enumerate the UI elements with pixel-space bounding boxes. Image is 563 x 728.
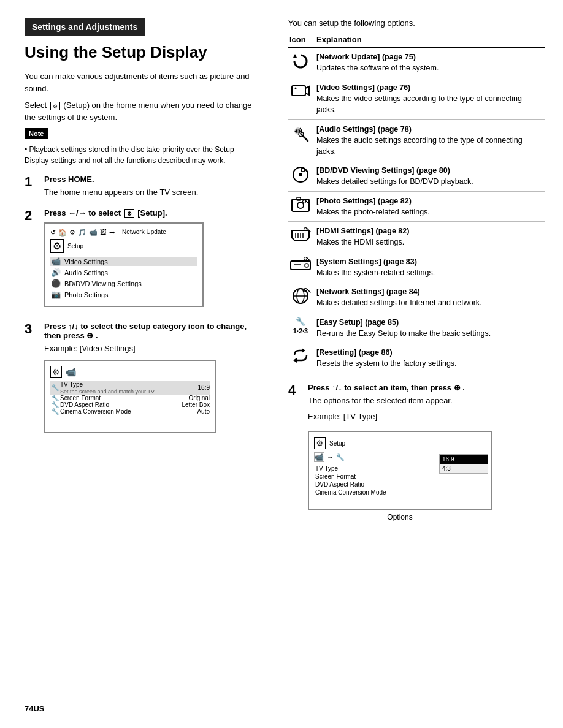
screen-3-setting-cinema: Cinema Conversion Mode [314,488,427,496]
screen-2-setting-screenformat: Screen Format [60,395,175,401]
intro-text-2: Select ⚙ (Setup) on the home menu when y… [25,99,258,123]
resetting-icon [291,347,310,364]
step-3: 3 Press ↑/↓ to select the setup category… [25,322,258,442]
title-photo: [Photo Settings] (page 82) [316,197,412,205]
table-row-network: [Network Settings] (page 84) Makes detai… [288,282,545,313]
desc-resetting: [Resetting] (page 86) Resets the system … [315,343,545,373]
desc-system: [System Settings] (page 83) Makes the sy… [315,252,545,282]
step-2: 2 Press ←/→ to select ⚙ [Setup]. ↺ 🏠 ⚙ 🎵… [25,208,258,316]
screen-icon-photo: 📷 [50,290,61,299]
desc-network: [Network Settings] (page 84) Makes detai… [315,282,545,313]
screen-2-value-dvdaspect: Letter Box [175,401,210,408]
title-hdmi: [HDMI Settings] (page 82) [316,227,409,235]
step-1-desc: The home menu appears on the TV screen. [44,186,258,199]
step-4-content: Press ↑/↓ to select an item, then press … [308,383,545,521]
note-label: Note [25,128,48,139]
nav-selected-label: Network Update [122,229,166,237]
screen-1-nav: ↺ 🏠 ⚙ 🎵 📹 🖼 ➡ Network Update [50,229,197,237]
screen-1: ↺ 🏠 ⚙ 🎵 📹 🖼 ➡ Network Update ⚙ Setup [44,222,204,307]
page: Settings and Adjustments Using the Setup… [0,0,563,728]
desc-video: [Video Settings] (page 76) Makes the vid… [315,78,545,119]
table-row-bddvd: [BD/DVD Viewing Settings] (page 80) Make… [288,161,545,191]
screen-3: ⚙ Setup 📹 → 🔧 TV Type [308,431,492,510]
screen-3-nav: ⚙ Setup [314,437,486,449]
nav-icon-music: 🎵 [78,229,86,237]
screen-1-setup-icon: ⚙ [50,239,64,253]
screen-2-setting-dvdaspect: DVD Aspect Ratio [60,401,175,408]
svg-point-20 [305,264,308,267]
screen-row-photo: 📷 Photo Settings [50,290,197,299]
desc-network-update: [Network Update] (page 75) Updates the s… [315,47,545,78]
screen-3-wrapper: ⚙ Setup 📹 → 🔧 TV Type [308,426,492,521]
text-easysetup: Re-runs the Easy Setup to make the basic… [316,329,491,338]
table-row-video: [Video Settings] (page 76) Makes the vid… [288,78,545,119]
screen-1-setup-label: Setup [67,243,83,249]
svg-marker-2 [305,86,309,95]
step-1-number: 1 [25,175,39,189]
col-header-icon: Icon [288,32,315,47]
step-1: 1 Press HOME. The home menu appears on t… [25,175,258,202]
step-4-desc: The options for the selected item appear… [308,395,545,407]
network-settings-icon [289,286,312,306]
text-network: Makes detailed settings for Internet and… [316,298,482,307]
left-column: Settings and Adjustments Using the Setup… [0,0,276,728]
table-row-easysetup: 🔧1·2·3 [Easy Setup] (page 85) Re-runs th… [288,313,545,343]
screen-icon-video: 📹 [50,257,61,266]
nav-icon-photo: 🖼 [100,229,107,237]
step-2-number: 2 [25,208,39,223]
screen-2-icon-dvdaspect: 🔧 [50,401,60,408]
nav-icon-arrow: ➡ [109,229,115,237]
icon-network [288,282,315,313]
svg-marker-27 [302,348,305,353]
video-settings-icon [291,82,310,99]
text-video: Makes the video settings according to th… [316,94,522,114]
svg-marker-0 [293,54,297,58]
svg-rect-1 [292,86,305,96]
text-resetting: Resets the system to the factory setting… [316,359,457,368]
title-network: [Network Settings] (page 84) [316,287,420,296]
note-text: • Playback settings stored in the disc t… [25,144,258,166]
screen-3-table: TV Type Screen Format DVD Aspect Ratio [314,464,431,496]
svg-point-8 [299,173,302,176]
title-easysetup: [Easy Setup] (page 85) [316,318,399,327]
icon-bddvd [288,161,315,191]
step-3-number: 3 [25,322,39,336]
screen-2-value-cinema: Auto [175,408,210,415]
icon-photo [288,192,315,222]
screen-2-row-screenformat: 🔧 Screen Format Original [50,395,210,401]
screen-3-setting-screenformat: Screen Format [314,472,427,480]
screen-3-video-icon: 📹 [314,452,324,462]
screen-3-setting-dvdaspect: DVD Aspect Ratio [314,480,427,488]
screen-2-icon-screenformat: 🔧 [50,395,60,401]
screen-2-setting-cinema: Cinema Conversion Mode [60,408,175,415]
page-title: Using the Setup Display [25,43,258,62]
nav-icon-update: ↺ [50,229,56,237]
screen-3-setup-text: Setup [329,440,345,447]
text-system: Makes the system-related settings. [316,268,435,277]
system-settings-icon [289,256,312,273]
right-intro: You can setup the following options. [288,18,545,28]
icon-table: Icon Explanation [Network Update] (page … [288,32,545,373]
step-4-title: Press ↑/↓ to select an item, then press … [308,383,545,392]
nav-icon-video: 📹 [89,229,98,237]
icon-video [288,78,315,119]
page-number: 74US [25,704,45,713]
screen-1-setup-row: ⚙ Setup [50,239,197,253]
svg-point-13 [303,200,306,203]
options-label: Options [308,513,492,521]
hdmi-settings-icon [289,226,312,243]
screen-label-video: Video Settings [64,258,108,265]
screen-3-value-cinema [427,488,431,496]
screen-3-setup-icon: ⚙ [314,437,326,449]
svg-point-11 [297,202,304,208]
screen-3-value-dvdaspect [427,480,431,488]
step-2-content: Press ←/→ to select ⚙ [Setup]. ↺ 🏠 ⚙ 🎵 📹… [44,208,258,316]
screen-2-row-tvtype: 🔧 TV TypeSet the screen and and match yo… [50,381,210,395]
options-item-4-3: 4:3 [440,464,488,473]
step-3-title: Press ↑/↓ to select the setup category i… [44,322,258,340]
title-network-update: [Network Update] (page 75) [316,53,416,61]
icon-easysetup: 🔧1·2·3 [288,313,315,343]
screen-3-value-screenformat [427,472,431,480]
step-4: 4 Press ↑/↓ to select an item, then pres… [288,383,545,521]
nav-icon-home: 🏠 [58,229,67,237]
